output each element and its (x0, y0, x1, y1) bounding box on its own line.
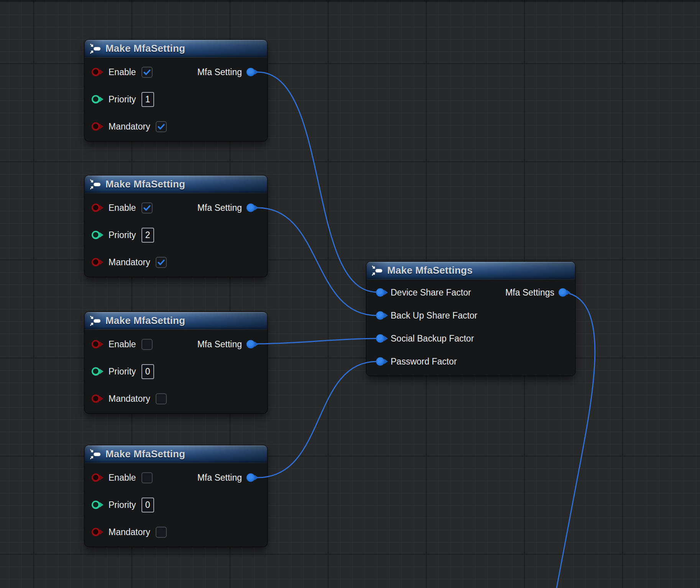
struct-output-pin[interactable] (246, 204, 255, 212)
output-pin-label: Mfa Setting (197, 469, 242, 486)
top-shadow (0, 0, 700, 3)
output-pin-label: Mfa Setting (197, 336, 242, 353)
bool-input-pin[interactable] (92, 473, 100, 482)
check-icon (143, 68, 151, 77)
node-header[interactable]: Make MfaSetting (85, 40, 267, 57)
make-struct-icon (90, 315, 101, 327)
pin-row-backup-share-factor: Back Up Share Factor (376, 307, 477, 324)
wire-node2-to-backup-share-factor[interactable] (258, 208, 377, 315)
struct-output-pin[interactable] (559, 288, 567, 297)
pin-label: Mandatory (108, 394, 150, 404)
node-make-mfasetting-4[interactable]: Make MfaSetting Enable Priority 0 Mandat… (85, 445, 267, 547)
node-make-mfasetting-2[interactable]: Make MfaSetting Enable Priority 2 Mandat… (85, 176, 267, 277)
pin-row-mandatory: Mandatory (92, 118, 167, 135)
pin-label: Mandatory (108, 257, 150, 268)
wire-node4-to-password-factor[interactable] (258, 361, 377, 478)
node-make-mfasetting-3[interactable]: Make MfaSetting Enable Priority 0 Mandat… (85, 312, 267, 413)
node-header[interactable]: Make MfaSettings (366, 262, 575, 279)
node-make-mfasettings[interactable]: Make MfaSettings Device Share Factor Bac… (366, 262, 575, 376)
node-title: Make MfaSetting (105, 315, 185, 327)
output-pin-label: Mfa Setting (197, 199, 242, 216)
pin-label: Enable (108, 203, 136, 213)
make-struct-icon (90, 179, 101, 190)
enable-checkbox[interactable] (141, 67, 153, 78)
pin-label: Priority (108, 230, 136, 240)
pin-label: Social Backup Factor (391, 333, 474, 344)
pin-label: Priority (108, 500, 136, 510)
pin-label: Enable (108, 339, 136, 350)
node-title: Make MfaSetting (105, 448, 185, 460)
wire-node3-to-social-backup-factor[interactable] (258, 338, 377, 344)
blueprint-graph-canvas[interactable]: Make MfaSetting Enable Priority 1 Mandat… (0, 0, 700, 588)
bool-input-pin[interactable] (92, 528, 100, 536)
int-input-pin[interactable] (92, 367, 100, 376)
struct-input-pin[interactable] (376, 288, 385, 297)
check-icon (143, 204, 151, 212)
node-title: Make MfaSetting (105, 178, 185, 190)
wire-node1-to-device-share-factor[interactable] (258, 72, 377, 292)
pin-label: Mandatory (108, 527, 150, 537)
node-make-mfasetting-1[interactable]: Make MfaSetting Enable Priority 1 Mandat… (85, 40, 267, 141)
check-icon (157, 258, 166, 267)
pin-label: Device Share Factor (391, 287, 471, 298)
int-input-pin[interactable] (92, 95, 100, 103)
priority-input[interactable]: 1 (141, 92, 154, 107)
node-header[interactable]: Make MfaSetting (85, 445, 267, 463)
struct-output-pin[interactable] (246, 68, 255, 76)
struct-output-pin[interactable] (246, 473, 255, 482)
mandatory-checkbox[interactable] (156, 121, 167, 132)
priority-input[interactable]: 2 (141, 228, 154, 243)
pin-label: Password Factor (391, 356, 457, 367)
mandatory-checkbox[interactable] (156, 257, 167, 268)
mandatory-checkbox[interactable] (156, 527, 167, 538)
struct-output-pin[interactable] (246, 340, 255, 348)
make-struct-icon (90, 43, 101, 54)
bool-input-pin[interactable] (92, 122, 100, 131)
pin-row-mandatory: Mandatory (92, 390, 167, 407)
int-input-pin[interactable] (92, 231, 100, 239)
output-pin-label: Mfa Setting (197, 64, 242, 80)
node-header[interactable]: Make MfaSetting (85, 176, 267, 193)
pin-row-priority: Priority 0 (92, 496, 154, 513)
node-title: Make MfaSettings (387, 264, 473, 276)
mandatory-checkbox[interactable] (156, 393, 167, 404)
priority-input[interactable]: 0 (141, 498, 154, 512)
bool-input-pin[interactable] (92, 204, 100, 212)
pin-row-social-backup-factor: Social Backup Factor (376, 330, 474, 347)
pin-label: Priority (108, 366, 136, 377)
check-icon (157, 122, 166, 131)
pin-label: Back Up Share Factor (391, 310, 477, 321)
pin-row-enable: Enable (92, 336, 153, 353)
enable-checkbox[interactable] (141, 202, 153, 214)
bool-input-pin[interactable] (92, 68, 100, 76)
bool-input-pin[interactable] (92, 340, 100, 348)
node-header[interactable]: Make MfaSetting (85, 312, 267, 330)
pin-row-enable: Enable (92, 64, 153, 80)
pin-row-priority: Priority 2 (92, 227, 154, 243)
pin-row-priority: Priority 0 (92, 363, 154, 380)
int-input-pin[interactable] (92, 501, 100, 509)
pin-row-enable: Enable (92, 199, 153, 216)
pin-row-mandatory: Mandatory (92, 524, 167, 540)
bool-input-pin[interactable] (92, 394, 100, 403)
priority-input[interactable]: 0 (141, 364, 154, 379)
enable-checkbox[interactable] (141, 472, 153, 483)
pin-row-priority: Priority 1 (92, 91, 154, 108)
enable-checkbox[interactable] (141, 339, 153, 350)
bool-input-pin[interactable] (92, 258, 100, 266)
node-title: Make MfaSetting (105, 43, 185, 54)
make-struct-icon (90, 448, 101, 460)
pin-row-mandatory: Mandatory (92, 254, 167, 271)
pin-row-device-share-factor: Device Share Factor (376, 284, 471, 301)
pin-row-password-factor: Password Factor (376, 353, 457, 370)
pin-row-enable: Enable (92, 469, 153, 486)
pin-label: Enable (108, 473, 136, 483)
make-struct-icon (371, 265, 383, 276)
pin-label: Mandatory (108, 122, 150, 132)
pin-label: Enable (108, 67, 136, 77)
output-pin-label: Mfa Settings (505, 284, 554, 301)
pin-label: Priority (108, 94, 136, 105)
